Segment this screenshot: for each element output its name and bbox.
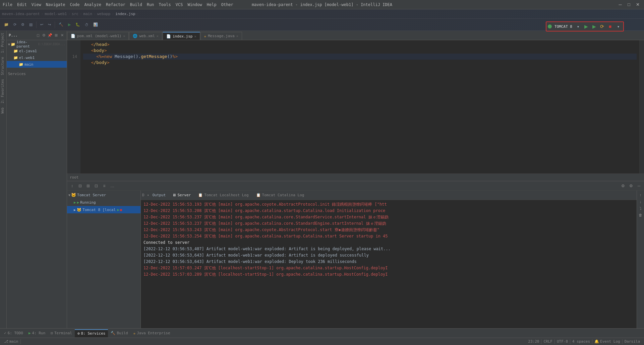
bottom-tab-java-enterprise[interactable]: ☕ Java Enterprise [131,329,173,337]
run-config-dropdown[interactable]: ▾ [574,23,582,30]
services-settings-btn[interactable]: ⚙ [619,182,627,190]
breadcrumb-project[interactable]: maven-idea-parent [2,12,40,16]
services-collapse-all-btn[interactable]: ⊟ [76,182,84,190]
breadcrumb-module[interactable]: model-web1 [45,12,67,16]
toolbar-layout-btn[interactable]: ▤ [27,20,35,29]
menu-other[interactable]: Other [221,2,233,7]
project-label[interactable]: 1: Project [0,31,6,55]
tree-item-el-java1[interactable]: 📁 el-java1 [7,48,67,54]
panel-close-btn[interactable]: ✕ [59,33,65,38]
services-minimize-btn[interactable]: ─ [635,182,643,190]
run-btn-green1[interactable]: ▶ [582,23,590,30]
menu-navigate[interactable]: Navigate [46,2,65,7]
toolbar-build-btn[interactable]: 🔨 [57,20,65,29]
toolbar-settings-btn[interactable]: ⚙ [19,20,26,29]
minimize-button[interactable]: ─ [617,1,624,8]
menu-vcs[interactable]: VCS [176,2,183,7]
status-crlf[interactable]: CRLF [541,338,554,345]
menu-build[interactable]: Build [130,2,142,7]
editor-content[interactable]: 14 </head> <body> <%=new Message().getMe… [67,40,644,174]
menu-file[interactable]: File [3,2,12,7]
status-charset[interactable]: UTF-8 [555,338,570,345]
bottom-tab-run[interactable]: ▶ 4: Run [26,329,48,337]
breadcrumb-src[interactable]: src [72,12,78,16]
services-group-btn[interactable]: ⊡ [93,182,100,190]
breadcrumb-file[interactable]: index.jsp [115,12,135,16]
breadcrumb-chevron[interactable]: › [136,12,138,16]
services-expand-btn[interactable]: ↕ [68,182,76,190]
breadcrumb-webapp[interactable]: webapp [97,12,111,16]
toolbar-undo-btn[interactable]: ↩ [38,20,45,29]
services-more-btn[interactable]: … [109,182,116,190]
status-line-col[interactable]: 23:20 [526,338,541,345]
pom-close-icon[interactable]: ✕ [123,34,125,38]
output-log[interactable]: 12-Dec-2022 15:56:53.193 淇℃他 [main] org.… [141,200,637,345]
output-d-dropdown[interactable]: ▾ [147,193,149,197]
menu-tools[interactable]: Tools [159,2,171,7]
menu-edit[interactable]: Edit [17,2,27,7]
output-scroll-top-btn[interactable]: ↑ [638,192,644,198]
tab-message-java[interactable]: ☕ Message.java ✕ [200,32,242,40]
toolbar-run-btn[interactable]: ▶ [66,20,73,29]
svc-tomcat-server[interactable]: ▼ 🐱 Tomcat Server [67,191,140,199]
status-indent[interactable]: 4 spaces [570,338,592,345]
panel-collapse-btn[interactable]: ◻ [35,33,41,38]
status-git[interactable]: ⎇ main [2,338,20,345]
menu-view[interactable]: View [32,2,41,7]
output-wrap-btn[interactable]: ⤵ [638,205,644,211]
run-btn-red[interactable]: ■ [606,23,614,30]
toolbar-redo-btn[interactable]: ↪ [46,20,53,29]
menu-analyze[interactable]: Analyze [84,2,101,7]
tab-pom-xml[interactable]: 📄 pom.xml (model-web1) ✕ [67,32,129,40]
menu-refactor[interactable]: Refactor [106,2,125,7]
bottom-tab-todo[interactable]: ✓ 6: TODO [1,329,26,337]
tree-item-el-web1[interactable]: 📁 el-web1 [7,54,67,61]
index-close-icon[interactable]: ✕ [194,34,196,38]
message-close-icon[interactable]: ✕ [236,34,238,38]
tree-item-main[interactable]: 📁 main [7,61,67,68]
run-btn-green2[interactable]: ▶ [590,23,598,30]
bottom-tab-build[interactable]: 🔨 Build [108,329,130,337]
tree-item-services[interactable]: Services [7,70,67,77]
toolbar-debug-btn[interactable]: 🐛 [73,20,82,29]
web-label[interactable]: Web [0,106,6,116]
svc-running[interactable]: ▶ ▶ Running [67,199,140,206]
bottom-tab-services[interactable]: ⚙ 8: Services [75,329,108,337]
close-button[interactable]: ✕ [634,1,641,8]
toolbar-coverage-btn[interactable]: 📊 [91,20,100,29]
output-tab-localhost-log[interactable]: 📋 Tomcat Localhost Log [195,191,252,199]
run-btn-orange[interactable]: ⟳ [598,23,606,30]
menu-run[interactable]: Run [147,2,154,7]
status-user[interactable]: Darsila [623,338,642,345]
output-tab-catalina-log[interactable]: 📋 Tomcat Catalina Log [253,191,308,199]
services-filter-btn[interactable]: ≡ [101,182,108,190]
tab-index-jsp[interactable]: 📄 index.jsp ✕ [163,32,200,40]
status-event-log[interactable]: 🔔 Event Log [592,338,622,345]
panel-expand-btn[interactable]: ⊞ [53,33,59,38]
web-close-icon[interactable]: ✕ [157,34,159,38]
toolbar-project-btn[interactable]: 📁 [2,20,11,29]
bottom-tab-terminal[interactable]: ⊡ Terminal [48,329,75,337]
favorites-label[interactable]: 2: Favorites [0,77,6,105]
output-scroll-bottom-btn[interactable]: ↓ [638,199,644,205]
services-expand-all-btn[interactable]: ⊞ [84,182,92,190]
output-clear-btn[interactable]: 🗑 [638,212,644,218]
panel-pin-btn[interactable]: 📌 [47,33,53,38]
maximize-button[interactable]: □ [625,1,633,8]
tree-item-idea-parent[interactable]: ▼ 📁 idea-parent E:\IDEA\IDEA... [7,41,67,48]
menu-window[interactable]: Window [187,2,202,7]
structure-label[interactable]: Structure [0,55,6,77]
menu-code[interactable]: Code [70,2,80,7]
toolbar-profile-btn[interactable]: ⏱ [83,20,91,29]
menu-help[interactable]: Help [207,2,217,7]
services-gear-btn[interactable]: ⚙ [627,182,635,190]
run-btn-dropdown2[interactable]: ▾ [614,23,622,30]
svc-tomcat8[interactable]: ▶ 🐱 Tomcat 8 [local ▶ ■ [67,206,140,213]
user-text: Darsila [625,339,640,344]
output-tab-server[interactable]: 🖥 Server [169,191,194,199]
panel-settings-btn[interactable]: ⚙ [41,33,47,38]
toolbar-sync-btn[interactable]: ⟳ [11,20,18,29]
tab-web-xml[interactable]: 🌐 web.xml ✕ [129,32,162,40]
breadcrumb-main[interactable]: main [83,12,93,16]
run-config-name: TOMCAT 8 [554,24,572,29]
